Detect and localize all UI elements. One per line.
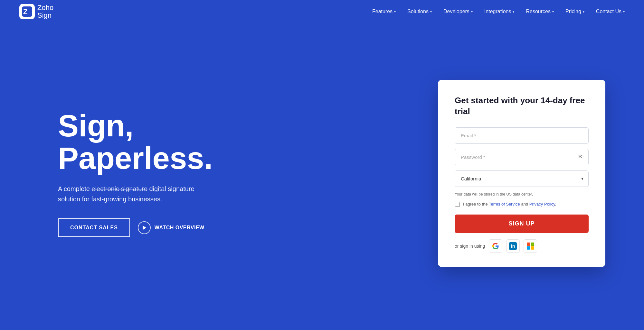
password-group: 👁 xyxy=(455,149,589,165)
terms-row: I agree to the Terms of Service and Priv… xyxy=(455,202,589,207)
linkedin-icon: in xyxy=(509,242,517,250)
terms-of-service-link[interactable]: Terms of Service xyxy=(489,202,520,206)
form-heading: Get started with your 14-day free trial xyxy=(455,95,589,117)
email-input[interactable] xyxy=(455,127,589,144)
region-group: California United States Europe India Au… xyxy=(455,170,589,187)
social-label: or sign in using xyxy=(455,243,485,249)
nav-item-developers[interactable]: Developers▾ xyxy=(443,9,473,14)
microsoft-icon xyxy=(527,243,534,250)
contact-sales-button[interactable]: CONTACT SALES xyxy=(58,218,130,237)
brand-name: Zoho Sign xyxy=(37,4,53,19)
google-signin-button[interactable] xyxy=(489,239,502,253)
region-select[interactable]: California United States Europe India Au… xyxy=(455,170,589,187)
password-input[interactable] xyxy=(455,149,589,165)
nav-item-features[interactable]: Features▾ xyxy=(372,9,396,14)
nav-item-pricing[interactable]: Pricing▾ xyxy=(565,9,584,14)
terms-text: I agree to the Terms of Service and Priv… xyxy=(463,202,556,206)
microsoft-signin-button[interactable] xyxy=(524,239,537,253)
signup-button[interactable]: SIGN UP xyxy=(455,215,589,233)
privacy-policy-link[interactable]: Privacy Policy xyxy=(529,202,555,206)
nav-item-contact[interactable]: Contact Us▾ xyxy=(596,9,625,14)
data-storage-note: Your data will be stored in the US data … xyxy=(455,192,589,197)
nav-item-resources[interactable]: Resources▾ xyxy=(526,9,554,14)
show-password-icon[interactable]: 👁 xyxy=(578,154,583,160)
terms-checkbox[interactable] xyxy=(455,202,460,207)
linkedin-signin-button[interactable]: in xyxy=(506,239,520,253)
svg-text:Z: Z xyxy=(23,8,27,16)
logo-icon: Z xyxy=(19,4,35,19)
hero-title: Sign, Paperless. xyxy=(58,110,258,175)
watch-overview-button[interactable]: WATCH OVERVIEW xyxy=(138,221,204,234)
email-group xyxy=(455,127,589,144)
hero-subtitle: A complete electronic signature digital … xyxy=(58,184,213,204)
nav-item-solutions[interactable]: Solutions▾ xyxy=(407,9,432,14)
logo[interactable]: Z Zoho Sign xyxy=(19,4,53,19)
nav-item-integrations[interactable]: Integrations▾ xyxy=(484,9,515,14)
signup-form-card: Get started with your 14-day free trial … xyxy=(438,80,605,267)
play-icon xyxy=(138,221,151,234)
social-signin-row: or sign in using in xyxy=(455,239,589,253)
